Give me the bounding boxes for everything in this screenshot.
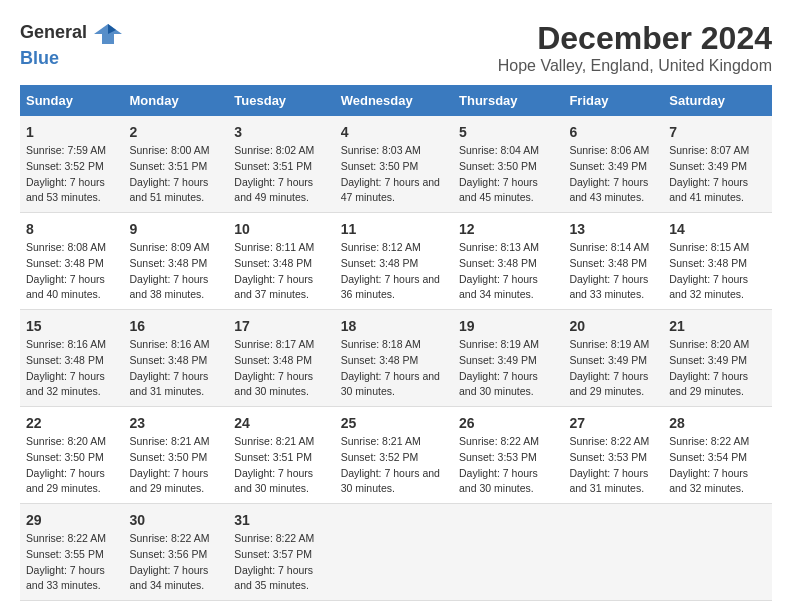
calendar-cell: 22 Sunrise: 8:20 AM Sunset: 3:50 PM Dayl…: [20, 407, 124, 504]
sunrise-info: Sunrise: 8:06 AM: [569, 143, 657, 159]
sunrise-info: Sunrise: 7:59 AM: [26, 143, 118, 159]
column-header-friday: Friday: [563, 85, 663, 116]
sunset-info: Sunset: 3:53 PM: [569, 450, 657, 466]
logo-text: General Blue: [20, 20, 124, 69]
daylight-info: Daylight: 7 hours and 49 minutes.: [234, 175, 328, 207]
calendar-cell: 14 Sunrise: 8:15 AM Sunset: 3:48 PM Dayl…: [663, 213, 772, 310]
daylight-info: Daylight: 7 hours and 33 minutes.: [569, 272, 657, 304]
day-number: 31: [234, 510, 328, 531]
calendar-cell: 24 Sunrise: 8:21 AM Sunset: 3:51 PM Dayl…: [228, 407, 334, 504]
calendar-week-row: 29 Sunrise: 8:22 AM Sunset: 3:55 PM Dayl…: [20, 504, 772, 601]
sunset-info: Sunset: 3:52 PM: [26, 159, 118, 175]
calendar-cell: 23 Sunrise: 8:21 AM Sunset: 3:50 PM Dayl…: [124, 407, 229, 504]
daylight-info: Daylight: 7 hours and 32 minutes.: [26, 369, 118, 401]
sunset-info: Sunset: 3:48 PM: [569, 256, 657, 272]
daylight-info: Daylight: 7 hours and 51 minutes.: [130, 175, 223, 207]
day-number: 1: [26, 122, 118, 143]
calendar-cell: 20 Sunrise: 8:19 AM Sunset: 3:49 PM Dayl…: [563, 310, 663, 407]
main-title: December 2024: [498, 20, 772, 57]
daylight-info: Daylight: 7 hours and 47 minutes.: [341, 175, 447, 207]
day-number: 26: [459, 413, 557, 434]
calendar-cell: 10 Sunrise: 8:11 AM Sunset: 3:48 PM Dayl…: [228, 213, 334, 310]
sunrise-info: Sunrise: 8:22 AM: [130, 531, 223, 547]
daylight-info: Daylight: 7 hours and 41 minutes.: [669, 175, 766, 207]
day-number: 3: [234, 122, 328, 143]
calendar-cell: 31 Sunrise: 8:22 AM Sunset: 3:57 PM Dayl…: [228, 504, 334, 601]
daylight-info: Daylight: 7 hours and 30 minutes.: [234, 466, 328, 498]
calendar-cell: 3 Sunrise: 8:02 AM Sunset: 3:51 PM Dayli…: [228, 116, 334, 213]
column-header-tuesday: Tuesday: [228, 85, 334, 116]
subtitle: Hope Valley, England, United Kingdom: [498, 57, 772, 75]
calendar-cell: [563, 504, 663, 601]
sunrise-info: Sunrise: 8:21 AM: [341, 434, 447, 450]
logo-bird-icon: [94, 20, 122, 48]
title-section: December 2024 Hope Valley, England, Unit…: [498, 20, 772, 75]
sunset-info: Sunset: 3:48 PM: [234, 353, 328, 369]
sunset-info: Sunset: 3:49 PM: [669, 159, 766, 175]
sunset-info: Sunset: 3:50 PM: [341, 159, 447, 175]
sunset-info: Sunset: 3:52 PM: [341, 450, 447, 466]
calendar-cell: 19 Sunrise: 8:19 AM Sunset: 3:49 PM Dayl…: [453, 310, 563, 407]
daylight-info: Daylight: 7 hours and 36 minutes.: [341, 272, 447, 304]
day-number: 8: [26, 219, 118, 240]
column-header-sunday: Sunday: [20, 85, 124, 116]
daylight-info: Daylight: 7 hours and 30 minutes.: [459, 466, 557, 498]
sunset-info: Sunset: 3:51 PM: [234, 159, 328, 175]
sunrise-info: Sunrise: 8:16 AM: [26, 337, 118, 353]
calendar-cell: 16 Sunrise: 8:16 AM Sunset: 3:48 PM Dayl…: [124, 310, 229, 407]
daylight-info: Daylight: 7 hours and 29 minutes.: [669, 369, 766, 401]
sunset-info: Sunset: 3:49 PM: [569, 353, 657, 369]
column-header-wednesday: Wednesday: [335, 85, 453, 116]
day-number: 20: [569, 316, 657, 337]
sunrise-info: Sunrise: 8:22 AM: [234, 531, 328, 547]
day-number: 19: [459, 316, 557, 337]
calendar-cell: 28 Sunrise: 8:22 AM Sunset: 3:54 PM Dayl…: [663, 407, 772, 504]
daylight-info: Daylight: 7 hours and 34 minutes.: [459, 272, 557, 304]
sunset-info: Sunset: 3:48 PM: [26, 353, 118, 369]
column-header-saturday: Saturday: [663, 85, 772, 116]
day-number: 17: [234, 316, 328, 337]
daylight-info: Daylight: 7 hours and 30 minutes.: [459, 369, 557, 401]
day-number: 9: [130, 219, 223, 240]
sunrise-info: Sunrise: 8:17 AM: [234, 337, 328, 353]
sunrise-info: Sunrise: 8:04 AM: [459, 143, 557, 159]
sunset-info: Sunset: 3:49 PM: [669, 353, 766, 369]
sunset-info: Sunset: 3:57 PM: [234, 547, 328, 563]
sunset-info: Sunset: 3:48 PM: [130, 353, 223, 369]
sunrise-info: Sunrise: 8:08 AM: [26, 240, 118, 256]
calendar-cell: 15 Sunrise: 8:16 AM Sunset: 3:48 PM Dayl…: [20, 310, 124, 407]
daylight-info: Daylight: 7 hours and 29 minutes.: [130, 466, 223, 498]
daylight-info: Daylight: 7 hours and 40 minutes.: [26, 272, 118, 304]
daylight-info: Daylight: 7 hours and 30 minutes.: [234, 369, 328, 401]
day-number: 14: [669, 219, 766, 240]
day-number: 23: [130, 413, 223, 434]
calendar-cell: 6 Sunrise: 8:06 AM Sunset: 3:49 PM Dayli…: [563, 116, 663, 213]
day-number: 22: [26, 413, 118, 434]
calendar-cell: 27 Sunrise: 8:22 AM Sunset: 3:53 PM Dayl…: [563, 407, 663, 504]
calendar-header-row: SundayMondayTuesdayWednesdayThursdayFrid…: [20, 85, 772, 116]
sunrise-info: Sunrise: 8:16 AM: [130, 337, 223, 353]
calendar-cell: [663, 504, 772, 601]
day-number: 15: [26, 316, 118, 337]
logo-blue: Blue: [20, 48, 59, 68]
daylight-info: Daylight: 7 hours and 34 minutes.: [130, 563, 223, 595]
day-number: 25: [341, 413, 447, 434]
daylight-info: Daylight: 7 hours and 32 minutes.: [669, 272, 766, 304]
calendar-cell: 30 Sunrise: 8:22 AM Sunset: 3:56 PM Dayl…: [124, 504, 229, 601]
sunset-info: Sunset: 3:50 PM: [130, 450, 223, 466]
calendar-cell: 7 Sunrise: 8:07 AM Sunset: 3:49 PM Dayli…: [663, 116, 772, 213]
day-number: 12: [459, 219, 557, 240]
day-number: 10: [234, 219, 328, 240]
sunset-info: Sunset: 3:48 PM: [459, 256, 557, 272]
sunset-info: Sunset: 3:55 PM: [26, 547, 118, 563]
daylight-info: Daylight: 7 hours and 31 minutes.: [569, 466, 657, 498]
calendar-cell: 17 Sunrise: 8:17 AM Sunset: 3:48 PM Dayl…: [228, 310, 334, 407]
sunrise-info: Sunrise: 8:21 AM: [130, 434, 223, 450]
sunset-info: Sunset: 3:48 PM: [669, 256, 766, 272]
sunset-info: Sunset: 3:49 PM: [569, 159, 657, 175]
calendar-cell: 21 Sunrise: 8:20 AM Sunset: 3:49 PM Dayl…: [663, 310, 772, 407]
sunrise-info: Sunrise: 8:09 AM: [130, 240, 223, 256]
calendar-table: SundayMondayTuesdayWednesdayThursdayFrid…: [20, 85, 772, 601]
sunrise-info: Sunrise: 8:22 AM: [569, 434, 657, 450]
day-number: 4: [341, 122, 447, 143]
